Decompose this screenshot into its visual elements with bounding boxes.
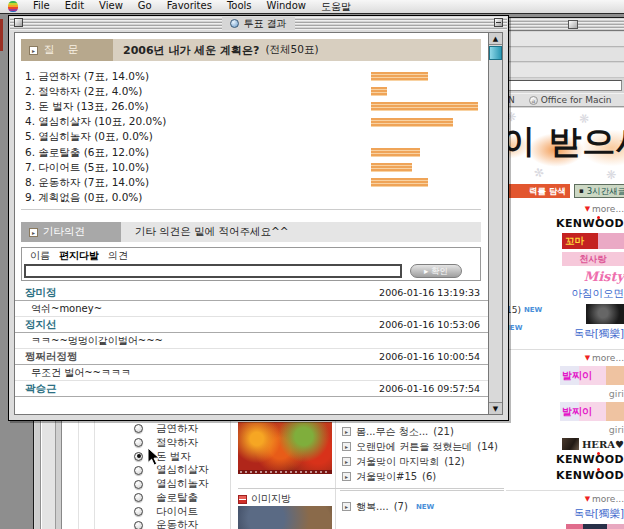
radio-option-row[interactable]: 열심히살자 xyxy=(126,463,236,477)
radio-option-row[interactable]: 돈 벌자 xyxy=(126,450,236,464)
opinion-form: 이름 편지다발 의견 ▸ 확인 xyxy=(21,247,481,281)
scroll-up-arrow[interactable]: ▲ xyxy=(489,33,502,45)
menu-item-Favorites[interactable]: Favorites xyxy=(167,0,212,14)
poll-option-row: 4. 열심히살자 (10표, 20.0%) xyxy=(21,115,481,130)
apple-menu-icon[interactable] xyxy=(8,1,18,12)
comment-author[interactable]: 쩡쩌러정쩡 xyxy=(25,350,78,364)
more-label: more... xyxy=(592,204,624,214)
board-link-row[interactable]: ▸겨울맞이#15(6) xyxy=(342,469,506,484)
radio-option-row[interactable]: 절약하자 xyxy=(126,436,236,450)
more-link[interactable]: ▼more... xyxy=(585,204,624,214)
kenwood-logo-ad[interactable]: KENWOOD xyxy=(556,469,624,482)
sidebar-link[interactable]: 독락[獨樂] xyxy=(574,507,624,521)
radio-button[interactable] xyxy=(134,521,143,529)
arrow-icon: ▸ xyxy=(424,266,428,276)
green-search-button[interactable]: ▪3시간새글 탐색 xyxy=(574,184,624,198)
question-text-box: 2006년 내가 세운 계획은? (전체50표) xyxy=(113,39,481,61)
collapse-box-icon[interactable] xyxy=(568,20,578,29)
menu-item-Tools[interactable]: Tools xyxy=(227,0,252,14)
other-opinion-message: 기타 의견은 밑에 적어주세요^^ xyxy=(135,225,289,239)
radio-button[interactable] xyxy=(134,438,143,447)
radio-button[interactable] xyxy=(134,480,143,489)
triangle-down-icon: ▼ xyxy=(585,354,590,362)
close-box-icon[interactable] xyxy=(14,18,23,27)
triangle-down-icon: ▼ xyxy=(585,495,590,503)
radio-button[interactable] xyxy=(134,493,143,502)
menu-bar: FileEditViewGoFavoritesToolsWindow도움말 xyxy=(0,0,624,14)
photo-thumbnail[interactable] xyxy=(238,506,332,529)
partial-list-fragment: 15)NEW xyxy=(506,305,542,315)
comment-header-row: 쩡쩌러정쩡2006-01-16 10:00:54 xyxy=(15,349,488,365)
banner-text: 이 받으세 xyxy=(502,120,624,165)
menu-item-View[interactable]: View xyxy=(99,0,123,14)
poll-option-row: 1. 금연하자 (7표, 14.0%) xyxy=(21,69,481,84)
poll-option-text: 7. 다이어트 (5표, 10.0%) xyxy=(25,161,149,175)
menu-item-File[interactable]: File xyxy=(33,0,50,14)
comment-author[interactable]: 정지선 xyxy=(25,318,57,332)
poll-option-row: 6. 솔로탈출 (6표, 12.0%) xyxy=(21,145,481,160)
board-link-label: 겨울맞이#15 xyxy=(356,470,417,484)
radio-option-row[interactable]: 열심히놀자 xyxy=(126,477,236,491)
other-opinion-header: ▸기타의견 기타 의견은 밑에 적어주세요^^ xyxy=(21,222,481,242)
comment-author[interactable]: 곽승근 xyxy=(25,382,57,396)
banner-ad[interactable]: 발찌이 xyxy=(560,366,624,385)
misty-logo-ad[interactable]: Misty xyxy=(584,269,624,284)
board-link-label: 오랜만에 커튼을 젖혔는데 xyxy=(356,440,472,454)
board-link-row[interactable]: ▸오랜만에 커튼을 젖혔는데(14) xyxy=(342,439,506,454)
poll-result-window: 투표 결과 ▸질 문 2006년 내가 세운 계획은? (전체50표) 1. 금… xyxy=(8,15,509,421)
radio-button[interactable] xyxy=(134,424,143,433)
sidebar-ad-image[interactable] xyxy=(586,304,624,324)
kenwood-logo-ad[interactable]: KENWOOD xyxy=(556,217,624,230)
list-bullet-icon: ▸ xyxy=(342,457,351,466)
sidebar-ad-image[interactable] xyxy=(566,524,624,529)
poll-window-title-bar[interactable]: 투표 결과 xyxy=(10,17,507,30)
radio-button[interactable] xyxy=(134,507,143,516)
comment-text: 무조건 벌어~~ㅋㅋㅋ xyxy=(31,366,131,380)
opinion-label: 의견 xyxy=(108,249,128,263)
sidebar-items: ▼more...KENWOOD꼬마천사랑Misty아침이오면독락[獨樂]▼mor… xyxy=(506,204,624,529)
list-bullet-icon: ▸ xyxy=(342,442,351,451)
lantern-photo-thumbnail[interactable] xyxy=(238,422,332,474)
vote-radio-list: 금연하자절약하자돈 벌자열심히살자열심히놀자솔로탈출다이어트운동하자계획없음 xyxy=(126,422,236,529)
favorite-item[interactable]: aOffice for Macin xyxy=(529,95,612,105)
favorite-site-icon: a xyxy=(529,96,538,105)
radio-option-label: 열심히놀자 xyxy=(156,477,209,491)
kenwood-logo-ad[interactable]: KENWOOD xyxy=(556,453,624,466)
sidebar-link[interactable]: 아침이오면 xyxy=(572,287,624,301)
banner-ad[interactable]: 꼬마 xyxy=(562,233,624,249)
radio-option-row[interactable]: 솔로탈출 xyxy=(126,491,236,505)
board-link-row[interactable]: ▸겨울맞이 마지막회(12) xyxy=(342,454,506,469)
menu-item-Window[interactable]: Window xyxy=(267,0,306,14)
sidebar-link[interactable]: 독락[獨樂] xyxy=(574,327,624,341)
radio-button[interactable] xyxy=(134,452,143,461)
board-link-row[interactable]: ▸행복....(7)NEW xyxy=(342,499,506,514)
radio-option-row[interactable]: 다이어트 xyxy=(126,505,236,519)
opinion-input[interactable] xyxy=(24,264,402,278)
hera-ad[interactable]: HERA♥ xyxy=(562,438,624,450)
poll-option-text: 9. 계획없음 (0표, 0.0%) xyxy=(25,191,142,205)
confirm-button[interactable]: ▸ 확인 xyxy=(410,264,462,278)
new-badge: NEW xyxy=(416,503,434,511)
scroll-down-arrow[interactable]: ▼ xyxy=(489,402,502,414)
comment-text: 역쉬~money~ xyxy=(31,302,102,316)
banner-ad[interactable]: 발찌이 xyxy=(560,402,624,421)
comment-header-row: 정지선2006-01-16 10:53:06 xyxy=(15,317,488,333)
banner-ad[interactable]: 천사랑 xyxy=(562,252,624,266)
question-label-text: 질 문 xyxy=(44,43,83,57)
menu-item-Go[interactable]: Go xyxy=(138,0,152,14)
comment-author[interactable]: 장미정 xyxy=(25,286,57,300)
menu-item-Edit[interactable]: Edit xyxy=(65,0,84,14)
scrollbar-thumb[interactable] xyxy=(489,46,502,60)
more-link[interactable]: ▼more... xyxy=(506,349,624,363)
menu-item-도움말[interactable]: 도움말 xyxy=(321,0,351,14)
radio-button[interactable] xyxy=(134,466,143,475)
more-link[interactable]: ▼more... xyxy=(506,490,624,504)
radio-option-row[interactable]: 금연하자 xyxy=(126,422,236,436)
radio-option-row[interactable]: 운동하자 xyxy=(126,519,236,529)
question-header-row: ▸질 문 2006년 내가 세운 계획은? (전체50표) xyxy=(21,39,481,61)
comment-text-row: 무조건 벌어~~ㅋㅋㅋ xyxy=(15,365,488,381)
board-link-row[interactable]: ▸몸...무슨 청소...(21) xyxy=(342,424,506,439)
bullet-box-icon: ▸ xyxy=(29,46,38,55)
windowshade-box-icon[interactable] xyxy=(494,18,503,27)
poll-content: ▸질 문 2006년 내가 세운 계획은? (전체50표) 1. 금연하자 (7… xyxy=(15,33,488,414)
